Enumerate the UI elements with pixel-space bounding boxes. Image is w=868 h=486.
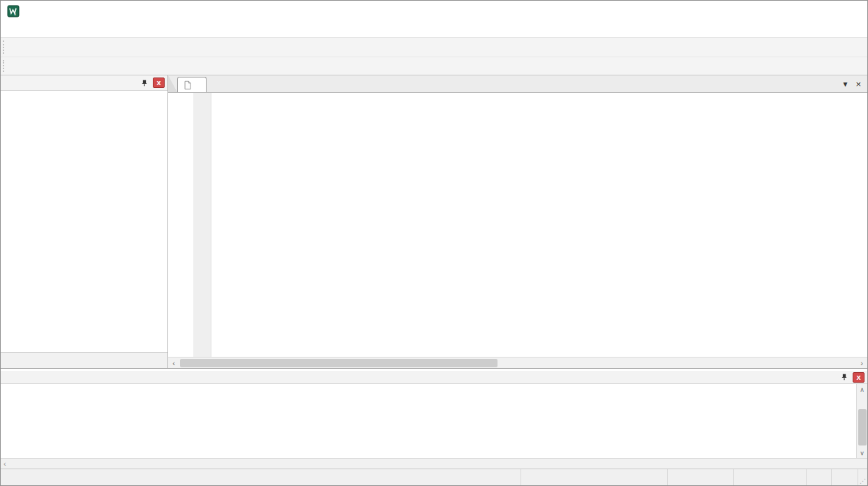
build-output-header: x <box>1 371 867 384</box>
project-panel-close-icon[interactable]: x <box>153 78 165 88</box>
status-mode <box>521 469 667 485</box>
scroll-right-icon[interactable]: › <box>856 358 867 368</box>
tabbar-controls: ▼ × <box>842 75 868 92</box>
build-output-close-icon[interactable]: x <box>853 372 865 383</box>
line-number-gutter <box>193 93 211 357</box>
uvision-window: s x <box>0 0 868 486</box>
title-bar: s <box>1 1 867 21</box>
code-editor[interactable] <box>168 93 867 357</box>
main-area: x ▼ × ‹ <box>1 75 867 368</box>
editor-hscrollbar[interactable]: ‹ › <box>168 357 867 368</box>
build-vscroll-thumb[interactable] <box>858 409 867 446</box>
build-toolbar <box>1 57 867 75</box>
tab-close-icon[interactable]: × <box>855 79 861 89</box>
scroll-left-icon[interactable]: ‹ <box>168 358 179 368</box>
window-controls <box>771 1 867 21</box>
build-output-panel: x ∧ ∨ ‹ <box>1 368 867 469</box>
menu-bar <box>1 21 867 38</box>
tab-list-chevron-icon[interactable]: ▼ <box>842 80 849 88</box>
scroll-left-icon[interactable]: ‹ <box>3 459 6 468</box>
build-output-log[interactable] <box>1 384 856 458</box>
project-panel: x <box>1 75 168 368</box>
code-lines <box>168 93 867 96</box>
project-tree <box>1 91 167 352</box>
minimize-button[interactable] <box>771 1 803 21</box>
status-cursor-position <box>733 469 806 485</box>
editor-hscroll-thumb[interactable] <box>180 359 497 367</box>
status-caps-indicator <box>806 469 831 485</box>
scroll-up-icon[interactable]: ∧ <box>857 384 867 395</box>
pin-icon[interactable] <box>138 78 151 89</box>
status-num-indicator <box>831 469 858 485</box>
red-annotation-rect <box>186 108 493 243</box>
build-output-body: ∧ ∨ <box>1 384 867 458</box>
project-panel-header: x <box>1 75 167 91</box>
maximize-button[interactable] <box>803 1 835 21</box>
main-toolbar <box>1 38 867 57</box>
resize-grip[interactable]: ⋰ <box>858 469 867 485</box>
scroll-down-icon[interactable]: ∨ <box>857 448 867 458</box>
editor-pane: ▼ × ‹ › <box>168 75 867 368</box>
close-button[interactable] <box>835 1 867 21</box>
tab-main-c[interactable] <box>177 77 207 92</box>
status-bar: ⋰ <box>1 469 867 485</box>
project-panel-tabs <box>1 352 167 368</box>
build-vscrollbar[interactable]: ∧ ∨ <box>856 384 867 458</box>
build-hscrollbar[interactable]: ‹ <box>1 458 867 469</box>
document-icon <box>183 80 193 90</box>
build-pin-icon[interactable] <box>838 371 851 383</box>
editor-tab-bar: ▼ × <box>168 75 867 93</box>
status-message-cell <box>1 469 521 485</box>
svg-text:s: s <box>14 12 16 16</box>
tabbar-slant-decoration <box>168 75 177 92</box>
status-spare-cell <box>667 469 733 485</box>
uvision-app-icon: s <box>7 5 20 17</box>
